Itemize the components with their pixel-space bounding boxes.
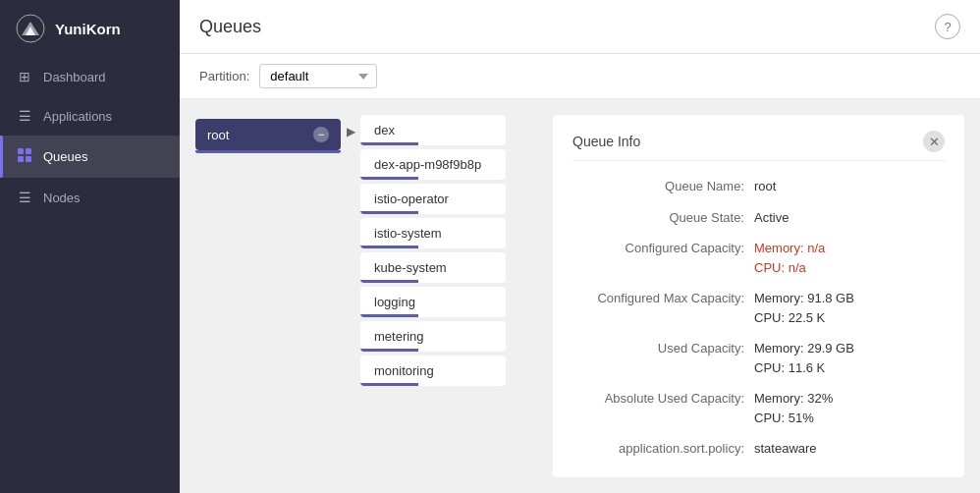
info-label-configured-capacity: Configured Capacity: (572, 239, 754, 258)
queues-icon (16, 147, 33, 166)
info-value-max-capacity: Memory: 91.8 GBCPU: 22.5 K (754, 289, 854, 327)
queue-node-kube-system[interactable]: kube-system (360, 252, 506, 283)
partition-label: Partition: (199, 69, 249, 83)
queue-tree: root − ▶ dex dex-app-m98f9b8p istio-oper… (195, 115, 521, 477)
info-row-used-capacity: Used Capacity: Memory: 29.9 GBCPU: 11.6 … (572, 339, 945, 377)
info-value-name: root (754, 177, 776, 196)
queue-node-logging[interactable]: logging (360, 287, 506, 317)
root-col: root − (195, 115, 341, 153)
partition-select[interactable]: default (259, 64, 377, 88)
info-label-used-capacity: Used Capacity: (572, 339, 754, 358)
info-label-max-capacity: Configured Max Capacity: (572, 289, 754, 308)
svg-rect-6 (26, 156, 31, 162)
close-panel-button[interactable]: ✕ (923, 131, 945, 152)
info-value-abs-used-capacity: Memory: 32%CPU: 51% (754, 389, 833, 427)
main-content: Queues ? Partition: default root − ▶ (180, 0, 980, 493)
sidebar-item-nodes[interactable]: ☰ Nodes (0, 178, 180, 217)
root-queue-node[interactable]: root − (195, 119, 341, 150)
queue-node-dex[interactable]: dex (360, 115, 506, 145)
collapse-icon[interactable]: − (313, 127, 329, 142)
sidebar-item-label: Nodes (43, 191, 81, 205)
info-value-sort-policy: stateaware (754, 439, 817, 459)
nodes-icon: ☰ (16, 190, 33, 205)
info-value-configured-capacity: Memory: n/aCPU: n/a (754, 239, 825, 277)
queue-node-monitoring[interactable]: monitoring (360, 356, 506, 386)
info-row-name: Queue Name: root (572, 177, 945, 196)
sidebar-item-label: Applications (43, 109, 112, 124)
info-row-max-capacity: Configured Max Capacity: Memory: 91.8 GB… (572, 289, 945, 327)
queue-info-table: Queue Name: root Queue State: Active Con… (572, 177, 945, 459)
applications-icon: ☰ (16, 108, 33, 124)
child-queue-list: dex dex-app-m98f9b8p istio-operator isti… (360, 115, 506, 386)
sidebar-item-applications[interactable]: ☰ Applications (0, 96, 180, 136)
queue-node-istio-system[interactable]: istio-system (360, 218, 506, 248)
expand-arrow: ▶ (341, 115, 360, 138)
dashboard-icon: ⊞ (16, 69, 33, 84)
info-label-state: Queue State: (572, 208, 754, 228)
page-header: Queues ? (180, 0, 980, 54)
app-logo: YuniKorn (0, 0, 180, 57)
sidebar-item-queues[interactable]: Queues (0, 136, 180, 178)
queue-node-istio-operator[interactable]: istio-operator (360, 184, 506, 214)
app-name: YuniKorn (55, 21, 121, 37)
info-row-abs-used-capacity: Absolute Used Capacity: Memory: 32%CPU: … (572, 389, 945, 427)
logo-icon (16, 14, 45, 43)
queue-node-metering[interactable]: metering (360, 321, 506, 352)
sidebar-item-label: Dashboard (43, 70, 106, 84)
sidebar-item-dashboard[interactable]: ⊞ Dashboard (0, 57, 180, 96)
info-label-sort-policy: application.sort.policy: (572, 439, 754, 459)
svg-rect-5 (18, 156, 24, 162)
queue-info-panel: Queue Info ✕ Queue Name: root Queue Stat… (553, 115, 964, 477)
queue-info-title: Queue Info (572, 134, 640, 149)
root-progress-bar (195, 150, 341, 153)
info-value-used-capacity: Memory: 29.9 GBCPU: 11.6 K (754, 339, 854, 377)
root-queue-label: root (207, 128, 229, 142)
info-label-name: Queue Name: (572, 177, 754, 196)
help-button[interactable]: ? (935, 14, 960, 39)
page-title: Queues (199, 17, 261, 37)
queue-node-dex-app[interactable]: dex-app-m98f9b8p (360, 149, 506, 180)
content-area: root − ▶ dex dex-app-m98f9b8p istio-oper… (180, 99, 980, 493)
svg-rect-3 (18, 148, 24, 154)
middle-spacer (521, 115, 537, 477)
queue-info-header: Queue Info ✕ (572, 131, 945, 161)
info-row-state: Queue State: Active (572, 208, 945, 228)
info-value-state: Active (754, 208, 789, 228)
sidebar-item-label: Queues (43, 149, 88, 164)
info-row-configured-capacity: Configured Capacity: Memory: n/aCPU: n/a (572, 239, 945, 277)
info-row-sort-policy: application.sort.policy: stateaware (572, 439, 945, 459)
info-label-abs-used-capacity: Absolute Used Capacity: (572, 389, 754, 409)
svg-rect-4 (26, 148, 31, 154)
sidebar: YuniKorn ⊞ Dashboard ☰ Applications Queu… (0, 0, 180, 493)
partition-bar: Partition: default (180, 54, 980, 99)
